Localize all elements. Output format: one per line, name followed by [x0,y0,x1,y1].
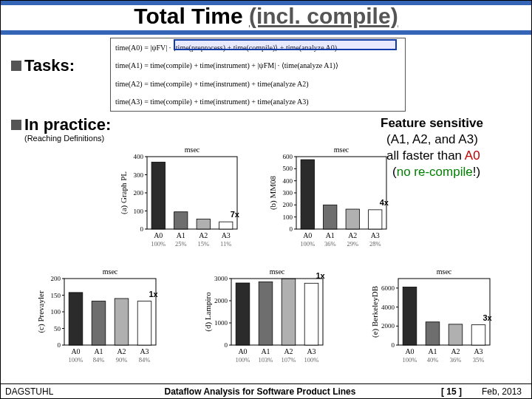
svg-text:A3: A3 [371,231,380,239]
formula-a3: time(A3) = time(compile) + time(instrume… [111,93,405,112]
bullet-practice-label: In practice: [24,115,111,134]
svg-text:100%: 100% [236,356,250,364]
footer-center: Dataflow Analysis for Software Product L… [89,386,431,397]
bullet-icon [11,120,21,130]
svg-text:150: 150 [51,292,61,299]
svg-text:100%: 100% [403,356,417,364]
svg-text:100%: 100% [151,240,166,248]
svg-text:29%: 29% [347,240,358,248]
svg-text:200: 200 [51,275,61,282]
svg-text:0: 0 [392,341,395,349]
svg-text:3000: 3000 [214,275,228,282]
svg-text:msec: msec [185,146,200,154]
svg-rect-94 [259,282,273,346]
svg-text:200: 200 [283,201,293,208]
svg-text:2000: 2000 [381,322,395,330]
svg-text:100: 100 [134,208,144,215]
svg-text:A2: A2 [117,347,126,355]
svg-text:25%: 25% [175,240,187,248]
svg-text:4x: 4x [380,198,389,207]
title-main: Total Time [134,4,242,28]
svg-rect-76 [137,301,151,345]
svg-text:A2: A2 [348,231,357,239]
svg-text:(d) Lampiro: (d) Lampiro [203,292,213,332]
svg-text:A0: A0 [405,347,414,355]
svg-text:A2: A2 [451,347,460,355]
svg-text:A3: A3 [140,347,149,355]
svg-text:A1: A1 [94,347,103,355]
svg-text:600: 600 [283,153,293,160]
svg-text:84%: 84% [93,356,105,364]
svg-text:0: 0 [140,225,144,233]
feature-note: Feature sensitive (A1, A2, and A3) all f… [381,115,528,180]
svg-rect-73 [115,299,129,345]
page-title: Total Time (incl. compile) [1,4,531,29]
svg-text:msec: msec [270,267,285,276]
svg-text:103%: 103% [259,356,273,364]
svg-text:A0: A0 [71,347,80,355]
formula-a1: time(A1) = time(compile) + time(instrume… [111,57,405,75]
svg-rect-67 [69,293,83,345]
svg-text:A0: A0 [154,231,163,239]
svg-text:(c) Prevayler: (c) Prevayler [36,290,46,332]
svg-text:90%: 90% [116,356,128,364]
svg-text:100: 100 [51,308,61,316]
bullet-tasks-label: Tasks: [24,56,75,75]
svg-text:(b) MM08: (b) MM08 [268,175,278,210]
svg-text:28%: 28% [369,240,381,248]
svg-text:A0: A0 [303,231,312,239]
svg-text:4000: 4000 [381,304,395,311]
svg-text:1x: 1x [316,271,326,280]
svg-text:A0: A0 [238,347,247,355]
svg-text:400: 400 [134,153,144,160]
bullet-icon [11,61,21,71]
svg-text:500: 500 [283,165,293,172]
svg-text:msec: msec [437,267,452,276]
svg-text:400: 400 [283,177,293,185]
svg-text:36%: 36% [450,356,462,364]
svg-rect-17 [197,219,210,229]
svg-text:40%: 40% [427,356,439,364]
svg-text:0: 0 [58,341,61,349]
formula-a2: time(A2) = time(compile) + time(instrume… [111,75,405,93]
svg-text:35%: 35% [473,356,485,364]
svg-text:2000: 2000 [214,297,228,304]
svg-rect-50 [369,210,382,229]
svg-text:0: 0 [225,341,228,349]
svg-text:36%: 36% [324,240,336,248]
svg-rect-14 [174,212,188,229]
bullet-tasks: Tasks: [11,56,75,75]
svg-rect-41 [301,160,314,229]
footer: DAGSTUHL Dataflow Analysis for Software … [1,383,531,398]
svg-text:84%: 84% [139,356,151,364]
svg-rect-20 [219,222,233,229]
svg-rect-124 [471,325,485,345]
svg-text:15%: 15% [197,240,209,248]
footer-date: Feb, 2013 [472,386,531,397]
svg-rect-118 [426,322,440,345]
svg-text:6000: 6000 [381,284,395,292]
svg-rect-47 [346,209,359,229]
svg-text:0: 0 [290,225,293,233]
svg-text:(e) BerkeleyDB: (e) BerkeleyDB [370,286,380,338]
svg-text:(a) Graph PL: (a) Graph PL [119,171,129,214]
svg-text:1000: 1000 [214,319,228,327]
svg-text:50: 50 [54,325,61,332]
bullet-sub: (Reaching Definitions) [24,134,104,143]
svg-text:A1: A1 [428,347,437,355]
svg-rect-121 [449,324,463,345]
highlight-rect [174,39,397,50]
svg-text:100%: 100% [69,356,83,364]
svg-text:A3: A3 [222,231,231,239]
svg-text:300: 300 [134,171,144,179]
svg-text:A2: A2 [199,231,208,239]
footer-page: [ 15 ] [431,386,472,397]
svg-text:3x: 3x [483,313,493,322]
svg-text:300: 300 [283,189,293,197]
svg-rect-70 [92,301,106,345]
svg-text:A3: A3 [474,347,482,355]
bullet-practice: In practice: [11,115,111,134]
svg-text:7x: 7x [231,210,240,219]
svg-text:A1: A1 [326,231,335,239]
svg-rect-115 [403,287,417,345]
